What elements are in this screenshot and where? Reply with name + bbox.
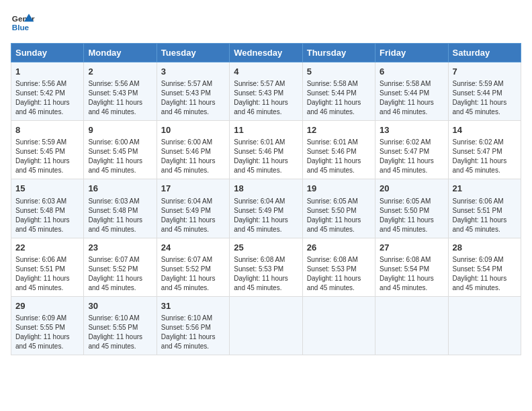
day-number: 27 <box>380 242 443 254</box>
calendar-week-row: 22Sunrise: 6:06 AM Sunset: 5:51 PM Dayli… <box>11 238 521 296</box>
day-info: Sunrise: 6:00 AM Sunset: 5:46 PM Dayligh… <box>161 138 225 175</box>
calendar-cell: 4Sunrise: 5:57 AM Sunset: 5:43 PM Daylig… <box>230 62 302 121</box>
calendar-cell: 19Sunrise: 6:05 AM Sunset: 5:50 PM Dayli… <box>302 179 375 238</box>
calendar-cell: 11Sunrise: 6:01 AM Sunset: 5:46 PM Dayli… <box>230 121 302 179</box>
day-number: 22 <box>15 242 79 254</box>
day-info: Sunrise: 6:07 AM Sunset: 5:52 PM Dayligh… <box>88 255 152 293</box>
calendar-cell: 9Sunrise: 6:00 AM Sunset: 5:45 PM Daylig… <box>84 121 157 179</box>
day-number: 12 <box>307 124 371 136</box>
calendar-cell <box>448 296 521 355</box>
day-number: 3 <box>161 66 225 78</box>
calendar-cell: 29Sunrise: 6:09 AM Sunset: 5:55 PM Dayli… <box>11 296 84 355</box>
calendar-header-row: SundayMondayTuesdayWednesdayThursdayFrid… <box>11 44 521 62</box>
day-info: Sunrise: 5:59 AM Sunset: 5:44 PM Dayligh… <box>453 79 517 117</box>
day-number: 21 <box>453 183 517 195</box>
calendar-cell: 18Sunrise: 6:04 AM Sunset: 5:49 PM Dayli… <box>230 179 302 238</box>
calendar-cell: 1Sunrise: 5:56 AM Sunset: 5:42 PM Daylig… <box>11 62 84 121</box>
day-info: Sunrise: 6:02 AM Sunset: 5:47 PM Dayligh… <box>380 138 443 175</box>
calendar-cell: 23Sunrise: 6:07 AM Sunset: 5:52 PM Dayli… <box>84 238 157 296</box>
day-number: 31 <box>161 300 225 312</box>
calendar-cell: 15Sunrise: 6:03 AM Sunset: 5:48 PM Dayli… <box>11 179 84 238</box>
day-number: 14 <box>453 124 517 136</box>
day-number: 4 <box>234 66 298 78</box>
day-info: Sunrise: 6:01 AM Sunset: 5:46 PM Dayligh… <box>307 138 371 175</box>
calendar-cell: 5Sunrise: 5:58 AM Sunset: 5:44 PM Daylig… <box>302 62 375 121</box>
day-info: Sunrise: 5:58 AM Sunset: 5:44 PM Dayligh… <box>380 79 443 117</box>
day-number: 30 <box>88 300 152 312</box>
day-number: 2 <box>88 66 152 78</box>
day-number: 1 <box>15 66 79 78</box>
page-header: General Blue <box>11 11 521 35</box>
day-info: Sunrise: 5:58 AM Sunset: 5:44 PM Dayligh… <box>307 79 371 117</box>
calendar-cell: 7Sunrise: 5:59 AM Sunset: 5:44 PM Daylig… <box>448 62 521 121</box>
day-info: Sunrise: 6:02 AM Sunset: 5:47 PM Dayligh… <box>453 138 517 175</box>
day-info: Sunrise: 6:03 AM Sunset: 5:48 PM Dayligh… <box>88 197 152 234</box>
day-number: 26 <box>307 242 371 254</box>
calendar-week-row: 8Sunrise: 5:59 AM Sunset: 5:45 PM Daylig… <box>11 121 521 179</box>
calendar-cell: 3Sunrise: 5:57 AM Sunset: 5:43 PM Daylig… <box>157 62 229 121</box>
day-info: Sunrise: 6:08 AM Sunset: 5:54 PM Dayligh… <box>380 255 443 293</box>
svg-text:Blue: Blue <box>12 23 30 32</box>
day-info: Sunrise: 6:04 AM Sunset: 5:49 PM Dayligh… <box>234 197 298 234</box>
day-number: 24 <box>161 242 225 254</box>
day-number: 9 <box>88 124 152 136</box>
day-info: Sunrise: 6:08 AM Sunset: 5:53 PM Dayligh… <box>234 255 298 293</box>
day-info: Sunrise: 6:05 AM Sunset: 5:50 PM Dayligh… <box>307 197 371 234</box>
header-wednesday: Wednesday <box>230 44 302 62</box>
day-info: Sunrise: 6:00 AM Sunset: 5:45 PM Dayligh… <box>88 138 152 175</box>
day-number: 7 <box>453 66 517 78</box>
day-info: Sunrise: 6:04 AM Sunset: 5:49 PM Dayligh… <box>161 197 225 234</box>
day-number: 19 <box>307 183 371 195</box>
header-monday: Monday <box>84 44 157 62</box>
day-number: 28 <box>453 242 517 254</box>
day-number: 20 <box>380 183 443 195</box>
calendar-cell <box>302 296 375 355</box>
day-info: Sunrise: 5:56 AM Sunset: 5:43 PM Dayligh… <box>88 79 152 117</box>
calendar-cell: 31Sunrise: 6:10 AM Sunset: 5:56 PM Dayli… <box>157 296 229 355</box>
day-number: 6 <box>380 66 443 78</box>
day-number: 15 <box>15 183 79 195</box>
day-info: Sunrise: 5:59 AM Sunset: 5:45 PM Dayligh… <box>15 138 79 175</box>
day-number: 23 <box>88 242 152 254</box>
day-info: Sunrise: 6:01 AM Sunset: 5:46 PM Dayligh… <box>234 138 298 175</box>
calendar-cell: 30Sunrise: 6:10 AM Sunset: 5:55 PM Dayli… <box>84 296 157 355</box>
day-info: Sunrise: 6:09 AM Sunset: 5:54 PM Dayligh… <box>453 255 517 293</box>
calendar-cell: 26Sunrise: 6:08 AM Sunset: 5:53 PM Dayli… <box>302 238 375 296</box>
day-info: Sunrise: 6:09 AM Sunset: 5:55 PM Dayligh… <box>15 314 79 351</box>
calendar-cell: 10Sunrise: 6:00 AM Sunset: 5:46 PM Dayli… <box>157 121 229 179</box>
day-info: Sunrise: 6:06 AM Sunset: 5:51 PM Dayligh… <box>15 255 79 293</box>
day-info: Sunrise: 6:10 AM Sunset: 5:56 PM Dayligh… <box>161 314 225 351</box>
header-friday: Friday <box>375 44 448 62</box>
day-number: 18 <box>234 183 298 195</box>
calendar-table: SundayMondayTuesdayWednesdayThursdayFrid… <box>11 43 521 355</box>
logo: General Blue <box>11 11 35 35</box>
header-tuesday: Tuesday <box>157 44 229 62</box>
calendar-cell: 6Sunrise: 5:58 AM Sunset: 5:44 PM Daylig… <box>375 62 448 121</box>
day-number: 29 <box>15 300 79 312</box>
calendar-cell: 12Sunrise: 6:01 AM Sunset: 5:46 PM Dayli… <box>302 121 375 179</box>
day-info: Sunrise: 5:56 AM Sunset: 5:42 PM Dayligh… <box>15 79 79 117</box>
calendar-cell: 8Sunrise: 5:59 AM Sunset: 5:45 PM Daylig… <box>11 121 84 179</box>
day-number: 17 <box>161 183 225 195</box>
day-number: 16 <box>88 183 152 195</box>
day-info: Sunrise: 6:05 AM Sunset: 5:50 PM Dayligh… <box>380 197 443 234</box>
header-sunday: Sunday <box>11 44 84 62</box>
calendar-cell: 17Sunrise: 6:04 AM Sunset: 5:49 PM Dayli… <box>157 179 229 238</box>
calendar-cell: 14Sunrise: 6:02 AM Sunset: 5:47 PM Dayli… <box>448 121 521 179</box>
day-info: Sunrise: 6:08 AM Sunset: 5:53 PM Dayligh… <box>307 255 371 293</box>
calendar-cell: 28Sunrise: 6:09 AM Sunset: 5:54 PM Dayli… <box>448 238 521 296</box>
calendar-cell: 24Sunrise: 6:07 AM Sunset: 5:52 PM Dayli… <box>157 238 229 296</box>
day-info: Sunrise: 6:06 AM Sunset: 5:51 PM Dayligh… <box>453 197 517 234</box>
calendar-cell: 16Sunrise: 6:03 AM Sunset: 5:48 PM Dayli… <box>84 179 157 238</box>
day-info: Sunrise: 5:57 AM Sunset: 5:43 PM Dayligh… <box>234 79 298 117</box>
day-info: Sunrise: 5:57 AM Sunset: 5:43 PM Dayligh… <box>161 79 225 117</box>
calendar-cell: 2Sunrise: 5:56 AM Sunset: 5:43 PM Daylig… <box>84 62 157 121</box>
logo-icon: General Blue <box>11 11 35 35</box>
day-info: Sunrise: 6:07 AM Sunset: 5:52 PM Dayligh… <box>161 255 225 293</box>
day-number: 13 <box>380 124 443 136</box>
calendar-cell: 21Sunrise: 6:06 AM Sunset: 5:51 PM Dayli… <box>448 179 521 238</box>
calendar-cell: 25Sunrise: 6:08 AM Sunset: 5:53 PM Dayli… <box>230 238 302 296</box>
calendar-cell: 27Sunrise: 6:08 AM Sunset: 5:54 PM Dayli… <box>375 238 448 296</box>
day-number: 10 <box>161 124 225 136</box>
day-number: 25 <box>234 242 298 254</box>
